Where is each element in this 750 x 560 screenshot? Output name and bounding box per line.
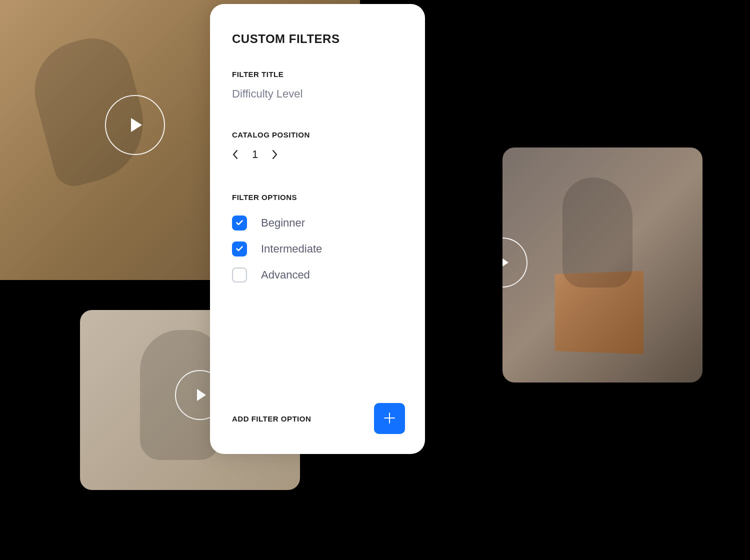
custom-filters-card: CUSTOM FILTERS FILTER TITLE Difficulty L… <box>210 4 425 454</box>
filter-title-label: FILTER TITLE <box>232 70 405 78</box>
play-button[interactable] <box>502 238 528 288</box>
video-thumbnail-3[interactable] <box>502 148 702 382</box>
catalog-position-label: CATALOG POSITION <box>232 130 405 139</box>
catalog-position-value: 1 <box>250 148 260 161</box>
chevron-right-icon[interactable] <box>272 150 278 160</box>
check-icon <box>236 219 243 227</box>
add-filter-button[interactable] <box>374 403 405 434</box>
checkbox-beginner[interactable] <box>232 216 247 230</box>
add-filter-row: ADD FILTER OPTION <box>232 403 405 434</box>
filter-option-row: Intermediate <box>232 242 405 256</box>
option-label: Intermediate <box>261 242 322 256</box>
workout-figure <box>562 178 632 288</box>
play-icon <box>502 256 508 268</box>
filter-options-label: FILTER OPTIONS <box>232 193 405 202</box>
card-title: CUSTOM FILTERS <box>232 32 405 46</box>
chevron-left-icon[interactable] <box>232 150 238 160</box>
add-filter-label: ADD FILTER OPTION <box>232 414 311 423</box>
option-label: Beginner <box>261 216 305 230</box>
filter-option-row: Advanced <box>232 268 405 282</box>
plus-icon <box>384 410 396 426</box>
checkbox-advanced[interactable] <box>232 268 247 282</box>
play-icon <box>131 118 142 132</box>
play-button[interactable] <box>105 95 165 155</box>
filter-options-list: Beginner Intermediate Advanced <box>232 216 405 282</box>
filter-option-row: Beginner <box>232 216 405 230</box>
filter-title-input[interactable]: Difficulty Level <box>232 88 405 100</box>
checkbox-intermediate[interactable] <box>232 242 247 256</box>
catalog-position-stepper: 1 <box>232 148 405 161</box>
option-label: Advanced <box>261 268 310 282</box>
play-icon <box>197 389 206 401</box>
check-icon <box>236 245 243 253</box>
